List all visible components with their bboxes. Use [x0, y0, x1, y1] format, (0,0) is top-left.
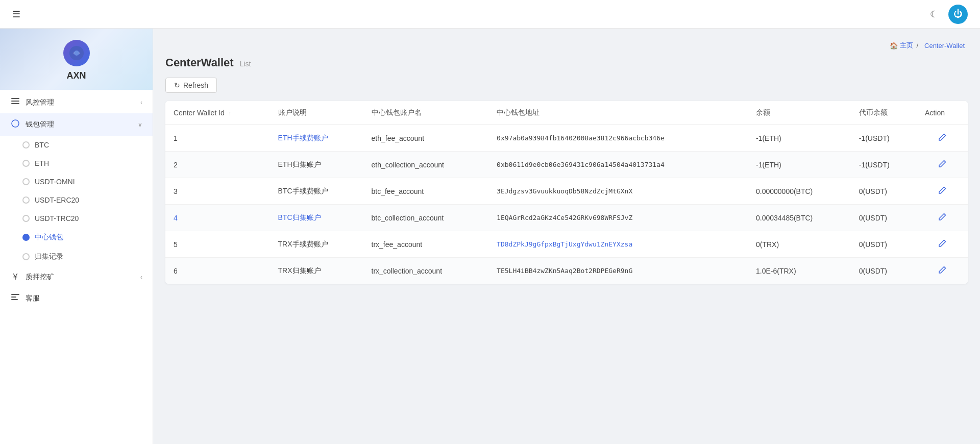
btc-dot [22, 141, 30, 149]
sort-arrow-icon: ↑ [229, 110, 232, 116]
sidebar-item-usdt-omni[interactable]: USDT-OMNI [0, 172, 153, 191]
table-row: 1ETH手续费账户eth_fee_account0x97ab0a93984fb1… [165, 125, 968, 152]
center-wallet-dot [22, 234, 30, 241]
cell-address: TE5LH4iBB4zwZKn5Aaq2Bot2RDPEGeR9nG [488, 258, 748, 284]
refresh-button[interactable]: ↻ Refresh [165, 78, 217, 93]
cell-action[interactable] [917, 178, 968, 205]
staking-arrow: ‹ [140, 274, 142, 281]
breadcrumb-home-link[interactable]: 主页 [900, 41, 913, 50]
cell-action[interactable] [917, 231, 968, 258]
center-wallet-label: 中心钱包 [35, 233, 63, 242]
sidebar-item-center-wallet[interactable]: 中心钱包 [0, 228, 153, 247]
svg-point-5 [12, 120, 19, 127]
cell-action[interactable] [917, 152, 968, 178]
moon-icon[interactable]: ☾ [930, 9, 938, 20]
col-action: Action [917, 101, 968, 125]
cell-desc[interactable]: ETH手续费账户 [270, 125, 363, 152]
cell-address: 1EQAGrRcd2aGKz4Ce542GRKv698WRFSJvZ [488, 205, 748, 231]
cell-token-balance: -1(USDT) [851, 152, 917, 178]
staking-label: 质押挖矿 [26, 273, 54, 282]
table-header-row: Center Wallet Id ↑ 账户说明 中心钱包账户名 中心钱包地址 余… [165, 101, 968, 125]
sidebar-item-wallet-mgmt[interactable]: 钱包管理 ∨ [0, 113, 153, 136]
edit-icon[interactable] [938, 134, 946, 143]
sidebar-item-support[interactable]: 客服 [0, 288, 153, 309]
sidebar-item-btc[interactable]: BTC [0, 136, 153, 154]
support-label: 客服 [26, 294, 40, 303]
cell-id: 5 [165, 231, 270, 258]
edit-icon[interactable] [938, 267, 946, 276]
cell-token-balance: 0(USDT) [851, 231, 917, 258]
cell-name: trx_fee_account [363, 231, 489, 258]
table-row: 6TRX归集账户trx_collection_accountTE5LH4iBB4… [165, 258, 968, 284]
wallet-mgmt-icon [10, 119, 20, 130]
col-token-balance: 代币余额 [851, 101, 917, 125]
menu-icon[interactable]: ☰ [12, 9, 20, 20]
topbar-left: ☰ [12, 9, 20, 20]
cell-id: 4 [165, 205, 270, 231]
sidebar-item-staking[interactable]: ¥ 质押挖矿 ‹ [0, 266, 153, 288]
center-wallet-table: Center Wallet Id ↑ 账户说明 中心钱包账户名 中心钱包地址 余… [165, 101, 968, 284]
refresh-icon: ↻ [174, 81, 180, 89]
table-row: 5TRX手续费账户trx_fee_accountTD8dZPkJ9gGfpxBg… [165, 231, 968, 258]
edit-icon[interactable] [938, 187, 946, 196]
svg-rect-8 [11, 299, 18, 300]
toolbar: ↻ Refresh [165, 78, 968, 93]
risk-mgmt-arrow: ‹ [140, 99, 142, 106]
brand-name: AXN [66, 70, 86, 81]
cell-action[interactable] [917, 258, 968, 284]
cell-balance: 0(TRX) [748, 231, 851, 258]
sidebar-item-eth[interactable]: ETH [0, 154, 153, 172]
cell-token-balance: -1(USDT) [851, 125, 917, 152]
cell-desc: TRX归集账户 [270, 258, 363, 284]
cell-id: 1 [165, 125, 270, 152]
page-header: CenterWallet List [165, 56, 968, 69]
refresh-label: Refresh [183, 81, 208, 89]
cell-id: 2 [165, 152, 270, 178]
wallet-mgmt-arrow: ∨ [138, 121, 142, 128]
eth-dot [22, 160, 30, 167]
sidebar: AXN 风控管理 ‹ 钱包管理 ∨ [0, 29, 153, 444]
wallet-mgmt-label: 钱包管理 [26, 120, 54, 129]
cell-token-balance: 0(USDT) [851, 258, 917, 284]
table-row: 2ETH归集账户eth_collection_account0xb0611d9e… [165, 152, 968, 178]
topbar-right: ☾ ⏻ [930, 5, 968, 24]
cell-name: eth_fee_account [363, 125, 489, 152]
row-id-link[interactable]: 4 [174, 214, 178, 222]
breadcrumb: 🏠 主页 / Center-Wallet [165, 41, 968, 50]
cell-action[interactable] [917, 125, 968, 152]
svg-rect-2 [11, 98, 19, 99]
col-balance: 余额 [748, 101, 851, 125]
table-row: 4BTC归集账户btc_collection_account1EQAGrRcd2… [165, 205, 968, 231]
cell-desc: ETH归集账户 [270, 152, 363, 178]
avatar [63, 40, 90, 66]
usdt-omni-label: USDT-OMNI [35, 178, 75, 186]
power-button[interactable]: ⏻ [948, 5, 968, 24]
sidebar-header: AXN [0, 29, 153, 90]
svg-rect-7 [11, 297, 16, 298]
cell-address[interactable]: TD8dZPkJ9gGfpxBgTjUxgYdwu1ZnEYXzsa [488, 231, 748, 258]
col-id: Center Wallet Id ↑ [165, 101, 270, 125]
cell-address: 3EJdgzsv3GvuukkuoqDb58NzdZcjMtGXnX [488, 178, 748, 205]
svg-rect-6 [11, 294, 19, 295]
cell-desc[interactable]: BTC归集账户 [270, 205, 363, 231]
sidebar-item-collection-record[interactable]: 归集记录 [0, 247, 153, 266]
staking-icon: ¥ [10, 273, 20, 282]
sidebar-item-usdt-trc20[interactable]: USDT-TRC20 [0, 209, 153, 228]
main-layout: AXN 风控管理 ‹ 钱包管理 ∨ [0, 29, 980, 444]
cell-id: 6 [165, 258, 270, 284]
sidebar-item-risk-mgmt[interactable]: 风控管理 ‹ [0, 92, 153, 113]
cell-token-balance: 0(USDT) [851, 178, 917, 205]
usdt-omni-dot [22, 178, 30, 185]
svg-rect-3 [11, 101, 19, 102]
edit-icon[interactable] [938, 214, 946, 223]
usdt-trc20-label: USDT-TRC20 [35, 214, 79, 223]
usdt-erc20-dot [22, 196, 30, 204]
cell-balance: -1(ETH) [748, 125, 851, 152]
cell-balance: 0.00000000(BTC) [748, 178, 851, 205]
btc-label: BTC [35, 141, 49, 149]
cell-action[interactable] [917, 205, 968, 231]
sidebar-item-usdt-erc20[interactable]: USDT-ERC20 [0, 191, 153, 209]
edit-icon[interactable] [938, 161, 946, 169]
edit-icon[interactable] [938, 240, 946, 249]
cell-name: btc_fee_account [363, 178, 489, 205]
